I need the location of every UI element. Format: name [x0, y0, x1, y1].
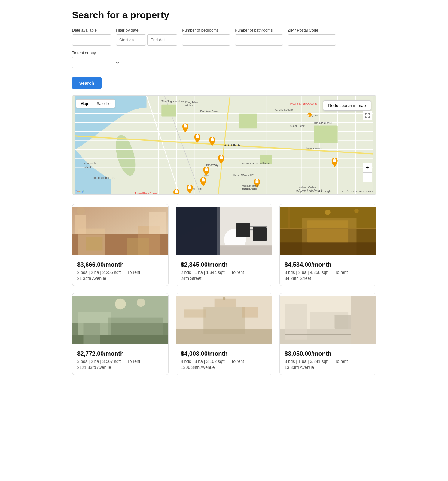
bedrooms-input[interactable] [182, 34, 230, 46]
zoom-in-button[interactable]: + [363, 163, 372, 173]
zip-group: ZIP / Postal Code [288, 28, 336, 46]
zip-label: ZIP / Postal Code [288, 28, 336, 32]
zip-input[interactable] [288, 34, 336, 46]
property-details: 4 bds | 3 ba | 3,102 sqft — To rent [181, 359, 267, 364]
svg-text:Z: Z [308, 114, 309, 116]
map-terms-link[interactable]: Terms [334, 189, 343, 193]
bedrooms-group: Number of bedrooms [182, 28, 230, 46]
search-button[interactable]: Search [72, 77, 102, 89]
property-card[interactable]: $3,050.00/month 3 bds | 1 ba | 3,241 sqf… [279, 293, 376, 375]
zoom-out-button[interactable]: − [363, 173, 372, 182]
svg-rect-60 [202, 179, 205, 181]
property-info: $4,534.00/month 3 bds | 2 ba | 4,356 sqf… [280, 257, 376, 286]
property-price: $2,345.00/month [181, 261, 267, 268]
property-info: $2,345.00/month 2 bds | 1 ba | 1,344 sqf… [176, 257, 272, 286]
redo-search-button[interactable]: Redo search in map [323, 100, 371, 111]
map-zoom-controls: + − [363, 163, 372, 182]
date-range-group: Filter by date: [116, 28, 177, 46]
svg-rect-100 [253, 227, 267, 241]
property-card[interactable]: $4,534.00/month 3 bds | 2 ba | 4,356 sqf… [279, 204, 376, 286]
date-range-inputs [116, 34, 177, 46]
date-available-label: Date available [72, 28, 111, 32]
svg-text:Urban Weeds NY: Urban Weeds NY [233, 174, 254, 177]
bathrooms-label: Number of bathrooms [235, 28, 283, 32]
property-address: 24th Street [181, 276, 267, 281]
property-card[interactable]: $3,666.00/month 2 bds | 2 ba | 2,256 sqf… [72, 204, 169, 286]
svg-text:William Cullen: William Cullen [299, 186, 316, 189]
rent-buy-label: To rent or buy [72, 51, 120, 55]
bathrooms-input[interactable] [235, 34, 283, 46]
svg-rect-129 [215, 299, 236, 307]
property-info: $4,003.00/month 4 bds | 3 ba | 3,102 sqf… [176, 346, 272, 375]
svg-text:The UPS Store: The UPS Store [314, 121, 332, 124]
svg-rect-138 [335, 315, 351, 329]
property-details: 3 bds | 2 ba | 3,567 sqft — To rent [77, 359, 163, 364]
svg-text:Island: Island [84, 166, 91, 169]
svg-rect-101 [220, 245, 272, 246]
svg-rect-94 [176, 207, 217, 255]
svg-text:Athens Square: Athens Square [275, 108, 292, 111]
svg-rect-107 [280, 242, 376, 255]
property-address: 1306 34th Avenue [181, 365, 267, 370]
svg-text:Bel Aire Diner: Bel Aire Diner [200, 109, 218, 113]
svg-point-117 [115, 299, 126, 309]
svg-text:Zyara: Zyara [311, 114, 318, 117]
svg-rect-127 [184, 309, 206, 317]
property-address: 2121 33rd Avenue [77, 365, 163, 370]
svg-text:ASTORIA: ASTORIA [224, 143, 240, 147]
svg-text:DUTCH KILLS: DUTCH KILLS [93, 176, 114, 180]
property-price: $4,534.00/month [285, 261, 371, 268]
bathrooms-group: Number of bathrooms [235, 28, 283, 46]
svg-rect-112 [288, 207, 290, 229]
svg-point-130 [223, 297, 225, 300]
map-tab-satellite[interactable]: Satellite [93, 100, 115, 108]
svg-text:Broadway: Broadway [206, 164, 218, 167]
svg-text:TownePlace Suites: TownePlace Suites [134, 192, 157, 194]
svg-text:Nur Thai: Nur Thai [191, 187, 201, 190]
properties-grid: $3,666.00/month 2 bds | 2 ba | 2,256 sqf… [72, 204, 376, 375]
svg-rect-90 [75, 215, 86, 234]
svg-rect-102 [220, 246, 272, 255]
svg-rect-99 [236, 223, 250, 237]
date-available-group: Date available [72, 28, 111, 46]
svg-rect-68 [196, 136, 199, 138]
svg-rect-58 [220, 157, 223, 159]
filters-row: Date available Filter by date: Number of… [72, 28, 376, 68]
map-tab-map[interactable]: Map [76, 100, 93, 108]
date-available-input[interactable] [72, 34, 111, 46]
start-date-input[interactable] [116, 34, 146, 46]
svg-rect-139 [285, 334, 351, 335]
svg-rect-29 [314, 125, 338, 143]
svg-point-111 [354, 209, 359, 213]
property-price: $3,050.00/month [285, 350, 371, 357]
svg-rect-134 [351, 296, 376, 344]
property-details: 3 bds | 1 ba | 3,241 sqft — To rent [285, 359, 371, 364]
svg-rect-88 [127, 238, 149, 255]
map-background[interactable]: DUTCH KILLS ASTORIA Roosevelt Island Roo… [72, 96, 376, 194]
rent-buy-group: To rent or buy — To rent To buy [72, 51, 120, 68]
svg-rect-89 [149, 212, 166, 234]
svg-rect-28 [239, 114, 257, 129]
end-date-input[interactable] [147, 34, 177, 46]
rent-buy-select[interactable]: — To rent To buy [72, 57, 120, 68]
svg-rect-64 [175, 191, 178, 193]
map-report-link[interactable]: Report a map error [346, 189, 373, 193]
property-price: $4,003.00/month [181, 350, 267, 357]
svg-point-118 [137, 299, 145, 307]
property-address: 21 34th Avenue [77, 276, 163, 281]
property-card[interactable]: $2,772.00/month 3 bds | 2 ba | 3,567 sqf… [72, 293, 169, 375]
property-info: $3,050.00/month 3 bds | 1 ba | 3,241 sqf… [280, 346, 376, 375]
fullscreen-icon [365, 113, 370, 118]
property-card[interactable]: $2,345.00/month 2 bds | 1 ba | 1,344 sqf… [176, 204, 272, 286]
property-address: 34 28th Street [285, 276, 371, 281]
property-details: 3 bds | 2 ba | 4,356 sqft — To rent [285, 270, 371, 275]
svg-rect-121 [83, 323, 100, 344]
property-card[interactable]: $4,003.00/month 4 bds | 3 ba | 3,102 sqf… [176, 293, 272, 375]
svg-rect-126 [176, 329, 272, 344]
svg-text:Museum of the: Museum of the [242, 185, 258, 187]
svg-rect-72 [255, 180, 258, 183]
map-data-text: Map data ©2024 Google [296, 189, 332, 193]
map-fullscreen-button[interactable] [363, 111, 372, 120]
filter-by-date-label: Filter by date: [116, 28, 177, 32]
svg-rect-87 [86, 237, 102, 251]
